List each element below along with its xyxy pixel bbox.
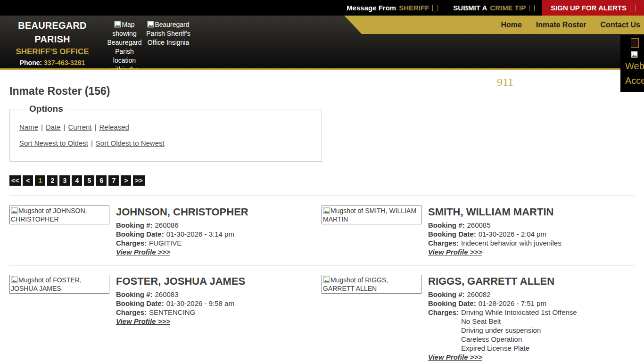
broken-image-icon	[631, 51, 638, 58]
roster-row: Mugshot of FOSTER, JOSHUA JAMES FOSTER, …	[9, 265, 635, 362]
charge-line: SENTENCING	[149, 308, 195, 317]
broken-image-icon	[323, 207, 330, 214]
page-7-button[interactable]: 7	[108, 175, 119, 186]
inmate-name: FOSTER, JOSHUA JAMES	[116, 275, 245, 288]
separator: |	[91, 139, 93, 147]
view-profile-link[interactable]: View Profile >>>	[428, 248, 482, 256]
mugshot-alt-text: Mugshot of RIGGS, GARRETT ALLEN	[323, 276, 388, 292]
broken-image-icon	[11, 207, 18, 214]
booking-date-label: Booking Date:	[428, 230, 476, 239]
parish-map-broken-image: Map showing Beauregard Parish location w…	[107, 20, 142, 70]
booking-no-label: Booking #:	[116, 221, 153, 230]
mugshot-alt-text: Mugshot of SMITH, WILLIAM MARTIN	[323, 207, 416, 223]
page-4-button[interactable]: 4	[72, 175, 82, 186]
filter-name-link[interactable]: Name	[19, 123, 38, 131]
booking-no-value: 260085	[467, 221, 491, 230]
charge-line: Driving While Intoxicated 1st Offense	[461, 308, 577, 317]
main-nav: Home Inmate Roster Contact Us	[501, 16, 640, 34]
sort-newest-to-oldest-link[interactable]: Sort Newest to Oldest	[19, 139, 88, 147]
page-next-button[interactable]: >	[121, 175, 131, 186]
mugshot-broken-image: Mugshot of JOHNSON, CHRISTOPHER	[9, 206, 109, 224]
page-title: Inmate Roster (156)	[9, 85, 635, 98]
sign-up-for-alerts-button[interactable]: SIGN UP FOR ALERTS	[542, 0, 644, 16]
booking-date-label: Booking Date:	[116, 230, 164, 239]
booking-date-label: Booking Date:	[428, 299, 476, 308]
charges-label: Charges:	[116, 308, 147, 317]
crime-tip-highlight: CRIME TIP	[490, 4, 526, 12]
broken-image-icon	[114, 21, 121, 28]
mugshot-alt-text: Mugshot of FOSTER, JOSHUA JAMES	[11, 276, 82, 292]
booking-no-label: Booking #:	[428, 290, 465, 299]
nav-contact-us[interactable]: Contact Us	[601, 21, 640, 29]
page-3-button[interactable]: 3	[59, 175, 70, 186]
charges-list: FUGITIVE	[149, 239, 182, 247]
view-profile-link[interactable]: View Profile >>>	[116, 248, 170, 256]
mugshot-broken-image: Mugshot of FOSTER, JOSHUA JAMES	[9, 275, 109, 294]
message-from-label: Message From	[347, 4, 396, 12]
inmate-name: SMITH, WILLIAM MARTIN	[428, 206, 561, 218]
missing-glyph-box-icon	[432, 5, 438, 11]
inmate-card: Mugshot of SMITH, WILLIAM MARTIN SMITH, …	[322, 206, 634, 256]
site-header: Home Inmate Roster Contact Us BEAUREGARD…	[0, 16, 644, 70]
separator: |	[95, 123, 97, 131]
roster-row: Mugshot of JOHNSON, CHRISTOPHER JOHNSON,…	[9, 196, 635, 265]
sheriff-highlight: SHERIFF	[399, 4, 429, 12]
web-accessibility-widget[interactable]: Web Accessibility	[620, 35, 644, 92]
view-profile-link[interactable]: View Profile >>>	[116, 317, 170, 325]
charges-label: Charges:	[116, 239, 147, 247]
filter-links-row: Name|Date|Current|Released	[19, 123, 312, 131]
booking-no-value: 260082	[467, 290, 491, 299]
charge-line: Expired License Plate	[461, 344, 577, 353]
view-profile-link[interactable]: View Profile >>>	[428, 353, 482, 361]
alerts-label: SIGN UP FOR ALERTS	[551, 4, 627, 12]
booking-no-label: Booking #:	[428, 221, 465, 230]
separator: |	[64, 123, 66, 131]
charges-list: Driving While Intoxicated 1st OffenseNo …	[461, 308, 577, 353]
broken-image-icon	[11, 276, 18, 283]
insignia-broken-image: Beauregard Parish Sheriff's Office Insig…	[145, 20, 191, 47]
charge-line: FUGITIVE	[149, 239, 182, 247]
submit-crime-tip-link[interactable]: SUBMIT A CRIME TIP	[446, 0, 542, 16]
options-legend: Options	[26, 104, 66, 114]
charges-list: SENTENCING	[149, 308, 195, 317]
page-1-button[interactable]: 1	[35, 175, 45, 186]
message-from-sheriff-link[interactable]: Message From SHERIFF	[339, 0, 446, 16]
inmate-card: Mugshot of JOHNSON, CHRISTOPHER JOHNSON,…	[9, 206, 322, 256]
phone-hours: (24 Hours)	[0, 67, 105, 70]
broken-image-icon	[323, 276, 330, 283]
charges-label: Charges:	[428, 308, 459, 353]
page-2-button[interactable]: 2	[47, 175, 58, 186]
org-name-line2: SHERIFF'S OFFICE	[0, 46, 105, 58]
page-5-button[interactable]: 5	[84, 175, 94, 186]
booking-no-label: Booking #:	[116, 290, 153, 299]
inmate-name: JOHNSON, CHRISTOPHER	[116, 206, 248, 218]
page-prev-button[interactable]: <	[23, 175, 33, 186]
sort-oldest-to-newest-link[interactable]: Sort Oldest to Newest	[96, 139, 165, 147]
nav-inmate-roster[interactable]: Inmate Roster	[536, 21, 586, 29]
mugshot-alt-text: Mugshot of JOHNSON, CHRISTOPHER	[11, 207, 87, 223]
booking-no-value: 260083	[155, 290, 179, 299]
nav-home[interactable]: Home	[501, 21, 521, 29]
page-6-button[interactable]: 6	[96, 175, 107, 186]
booking-date-value: 01-30-2026 - 2:04 pm	[479, 230, 546, 239]
page-last-button[interactable]: >>	[133, 175, 144, 186]
filter-current-link[interactable]: Current	[68, 123, 92, 131]
page-first-button[interactable]: <<	[9, 175, 21, 186]
charge-line: Careless Operation	[461, 335, 577, 344]
web-accessibility-label: Web Accessibility	[625, 59, 644, 88]
utility-bar: Message From SHERIFF SUBMIT A CRIME TIP …	[0, 0, 644, 16]
charge-line: No Seat Belt	[461, 317, 577, 326]
submit-a-label: SUBMIT A	[453, 4, 487, 12]
options-panel: Options Name|Date|Current|Released Sort …	[9, 104, 322, 162]
booking-date-value: 01-28-2026 - 7:51 pm	[479, 299, 546, 308]
charge-line: Driving under suspension	[461, 326, 577, 335]
pagination: << < 1 2 3 4 5 6 7 > >>	[9, 175, 635, 186]
filter-released-link[interactable]: Released	[99, 123, 129, 131]
separator: |	[41, 123, 43, 131]
missing-glyph-box-icon	[529, 5, 535, 11]
booking-date-label: Booking Date:	[116, 299, 164, 308]
broken-image-icon	[147, 21, 154, 28]
filter-date-link[interactable]: Date	[46, 123, 61, 131]
phone-number-link[interactable]: 337-463-3281	[44, 59, 85, 66]
charges-label: Charges:	[428, 239, 459, 247]
